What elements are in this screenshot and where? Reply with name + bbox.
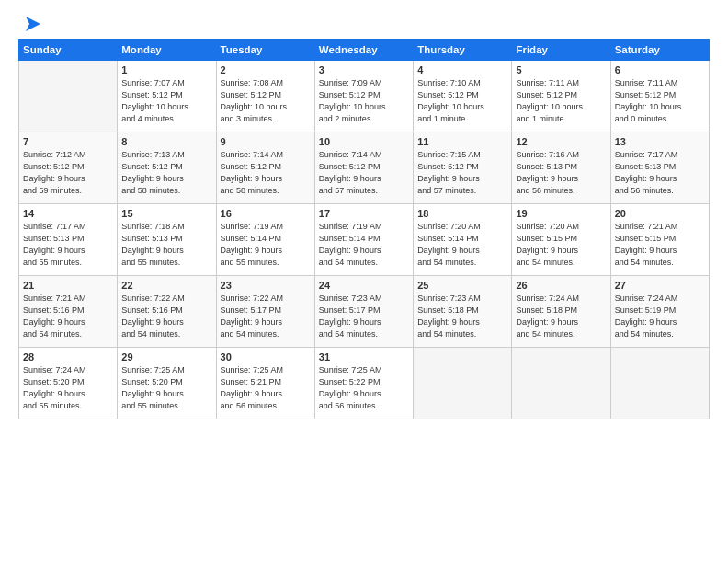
weekday-header: Friday xyxy=(512,40,610,61)
calendar-cell: 27Sunrise: 7:24 AM Sunset: 5:19 PM Dayli… xyxy=(610,276,709,348)
calendar-cell: 29Sunrise: 7:25 AM Sunset: 5:20 PM Dayli… xyxy=(118,348,216,419)
day-info: Sunrise: 7:24 AM Sunset: 5:18 PM Dayligh… xyxy=(516,293,606,340)
calendar-cell: 23Sunrise: 7:22 AM Sunset: 5:17 PM Dayli… xyxy=(216,276,314,348)
day-number: 1 xyxy=(121,64,211,75)
calendar-cell: 31Sunrise: 7:25 AM Sunset: 5:22 PM Dayli… xyxy=(314,348,413,419)
day-info: Sunrise: 7:14 AM Sunset: 5:12 PM Dayligh… xyxy=(319,149,409,197)
day-number: 16 xyxy=(221,208,311,219)
day-number: 26 xyxy=(516,280,606,291)
day-info: Sunrise: 7:15 AM Sunset: 5:12 PM Dayligh… xyxy=(417,149,507,197)
day-number: 4 xyxy=(417,64,507,75)
calendar-cell: 12Sunrise: 7:16 AM Sunset: 5:13 PM Dayli… xyxy=(512,132,610,204)
day-number: 29 xyxy=(121,351,211,362)
day-info: Sunrise: 7:13 AM Sunset: 5:12 PM Dayligh… xyxy=(121,149,211,197)
calendar-week-row: 14Sunrise: 7:17 AM Sunset: 5:13 PM Dayli… xyxy=(19,204,710,276)
day-info: Sunrise: 7:23 AM Sunset: 5:17 PM Dayligh… xyxy=(319,293,409,340)
weekday-header: Thursday xyxy=(414,40,512,61)
weekday-header: Saturday xyxy=(610,40,709,61)
weekday-header: Monday xyxy=(118,40,216,61)
calendar-cell: 25Sunrise: 7:23 AM Sunset: 5:18 PM Dayli… xyxy=(414,276,512,348)
calendar-cell: 6Sunrise: 7:11 AM Sunset: 5:12 PM Daylig… xyxy=(610,61,709,132)
day-info: Sunrise: 7:24 AM Sunset: 5:20 PM Dayligh… xyxy=(23,364,113,412)
calendar-cell: 8Sunrise: 7:13 AM Sunset: 5:12 PM Daylig… xyxy=(118,132,216,204)
day-info: Sunrise: 7:09 AM Sunset: 5:12 PM Dayligh… xyxy=(319,77,409,125)
logo xyxy=(18,17,40,29)
calendar-header: SundayMondayTuesdayWednesdayThursdayFrid… xyxy=(19,40,710,61)
day-number: 14 xyxy=(23,208,113,219)
day-number: 9 xyxy=(221,136,311,147)
calendar-cell: 30Sunrise: 7:25 AM Sunset: 5:21 PM Dayli… xyxy=(216,348,314,419)
calendar-cell xyxy=(414,348,512,419)
calendar-cell: 7Sunrise: 7:12 AM Sunset: 5:12 PM Daylig… xyxy=(19,132,118,204)
calendar-cell xyxy=(610,348,709,419)
day-info: Sunrise: 7:07 AM Sunset: 5:12 PM Dayligh… xyxy=(121,77,211,125)
day-number: 2 xyxy=(221,64,311,75)
day-info: Sunrise: 7:25 AM Sunset: 5:22 PM Dayligh… xyxy=(319,364,409,412)
day-number: 20 xyxy=(615,208,705,219)
calendar-cell: 20Sunrise: 7:21 AM Sunset: 5:15 PM Dayli… xyxy=(610,204,709,276)
day-info: Sunrise: 7:21 AM Sunset: 5:15 PM Dayligh… xyxy=(615,221,705,269)
day-info: Sunrise: 7:25 AM Sunset: 5:20 PM Dayligh… xyxy=(121,364,211,412)
day-number: 19 xyxy=(516,208,606,219)
day-number: 5 xyxy=(516,64,606,75)
day-number: 27 xyxy=(615,280,705,291)
calendar-cell: 5Sunrise: 7:11 AM Sunset: 5:12 PM Daylig… xyxy=(512,61,610,132)
day-number: 30 xyxy=(221,351,311,362)
day-info: Sunrise: 7:22 AM Sunset: 5:16 PM Dayligh… xyxy=(121,293,211,340)
header xyxy=(18,17,710,29)
day-info: Sunrise: 7:16 AM Sunset: 5:13 PM Dayligh… xyxy=(516,149,606,197)
svg-marker-0 xyxy=(26,17,40,31)
weekday-header: Sunday xyxy=(19,40,118,61)
day-number: 12 xyxy=(516,136,606,147)
day-number: 13 xyxy=(615,136,705,147)
day-info: Sunrise: 7:24 AM Sunset: 5:19 PM Dayligh… xyxy=(615,293,705,340)
calendar-cell: 24Sunrise: 7:23 AM Sunset: 5:17 PM Dayli… xyxy=(314,276,413,348)
day-info: Sunrise: 7:20 AM Sunset: 5:15 PM Dayligh… xyxy=(516,221,606,269)
calendar-cell: 11Sunrise: 7:15 AM Sunset: 5:12 PM Dayli… xyxy=(414,132,512,204)
calendar-cell: 17Sunrise: 7:19 AM Sunset: 5:14 PM Dayli… xyxy=(314,204,413,276)
day-info: Sunrise: 7:11 AM Sunset: 5:12 PM Dayligh… xyxy=(516,77,606,125)
day-number: 21 xyxy=(23,280,113,291)
day-info: Sunrise: 7:19 AM Sunset: 5:14 PM Dayligh… xyxy=(319,221,409,269)
day-number: 24 xyxy=(319,280,409,291)
day-info: Sunrise: 7:18 AM Sunset: 5:13 PM Dayligh… xyxy=(121,221,211,269)
day-info: Sunrise: 7:11 AM Sunset: 5:12 PM Dayligh… xyxy=(615,77,705,125)
calendar-week-row: 1Sunrise: 7:07 AM Sunset: 5:12 PM Daylig… xyxy=(19,61,710,132)
calendar-cell: 15Sunrise: 7:18 AM Sunset: 5:13 PM Dayli… xyxy=(118,204,216,276)
calendar-cell xyxy=(19,61,118,132)
calendar-page: SundayMondayTuesdayWednesdayThursdayFrid… xyxy=(0,0,728,563)
calendar-cell: 28Sunrise: 7:24 AM Sunset: 5:20 PM Dayli… xyxy=(19,348,118,419)
day-number: 22 xyxy=(121,280,211,291)
calendar-week-row: 7Sunrise: 7:12 AM Sunset: 5:12 PM Daylig… xyxy=(19,132,710,204)
weekday-header: Tuesday xyxy=(216,40,314,61)
day-info: Sunrise: 7:14 AM Sunset: 5:12 PM Dayligh… xyxy=(221,149,311,197)
day-number: 28 xyxy=(23,351,113,362)
day-number: 23 xyxy=(221,280,311,291)
calendar-cell: 21Sunrise: 7:21 AM Sunset: 5:16 PM Dayli… xyxy=(19,276,118,348)
calendar-cell xyxy=(512,348,610,419)
calendar-cell: 2Sunrise: 7:08 AM Sunset: 5:12 PM Daylig… xyxy=(216,61,314,132)
calendar-cell: 19Sunrise: 7:20 AM Sunset: 5:15 PM Dayli… xyxy=(512,204,610,276)
calendar-cell: 3Sunrise: 7:09 AM Sunset: 5:12 PM Daylig… xyxy=(314,61,413,132)
calendar-cell: 26Sunrise: 7:24 AM Sunset: 5:18 PM Dayli… xyxy=(512,276,610,348)
calendar-table: SundayMondayTuesdayWednesdayThursdayFrid… xyxy=(18,39,710,419)
day-info: Sunrise: 7:20 AM Sunset: 5:14 PM Dayligh… xyxy=(417,221,507,269)
day-info: Sunrise: 7:10 AM Sunset: 5:12 PM Dayligh… xyxy=(417,77,507,125)
day-number: 3 xyxy=(319,64,409,75)
day-info: Sunrise: 7:19 AM Sunset: 5:14 PM Dayligh… xyxy=(221,221,311,269)
calendar-cell: 16Sunrise: 7:19 AM Sunset: 5:14 PM Dayli… xyxy=(216,204,314,276)
day-number: 18 xyxy=(417,208,507,219)
day-info: Sunrise: 7:25 AM Sunset: 5:21 PM Dayligh… xyxy=(221,364,311,412)
day-info: Sunrise: 7:21 AM Sunset: 5:16 PM Dayligh… xyxy=(23,293,113,340)
day-number: 11 xyxy=(417,136,507,147)
day-info: Sunrise: 7:17 AM Sunset: 5:13 PM Dayligh… xyxy=(615,149,705,197)
day-number: 8 xyxy=(121,136,211,147)
calendar-cell: 13Sunrise: 7:17 AM Sunset: 5:13 PM Dayli… xyxy=(610,132,709,204)
day-number: 17 xyxy=(319,208,409,219)
day-info: Sunrise: 7:22 AM Sunset: 5:17 PM Dayligh… xyxy=(221,293,311,340)
calendar-week-row: 21Sunrise: 7:21 AM Sunset: 5:16 PM Dayli… xyxy=(19,276,710,348)
calendar-cell: 1Sunrise: 7:07 AM Sunset: 5:12 PM Daylig… xyxy=(118,61,216,132)
day-number: 10 xyxy=(319,136,409,147)
calendar-cell: 18Sunrise: 7:20 AM Sunset: 5:14 PM Dayli… xyxy=(414,204,512,276)
calendar-week-row: 28Sunrise: 7:24 AM Sunset: 5:20 PM Dayli… xyxy=(19,348,710,419)
